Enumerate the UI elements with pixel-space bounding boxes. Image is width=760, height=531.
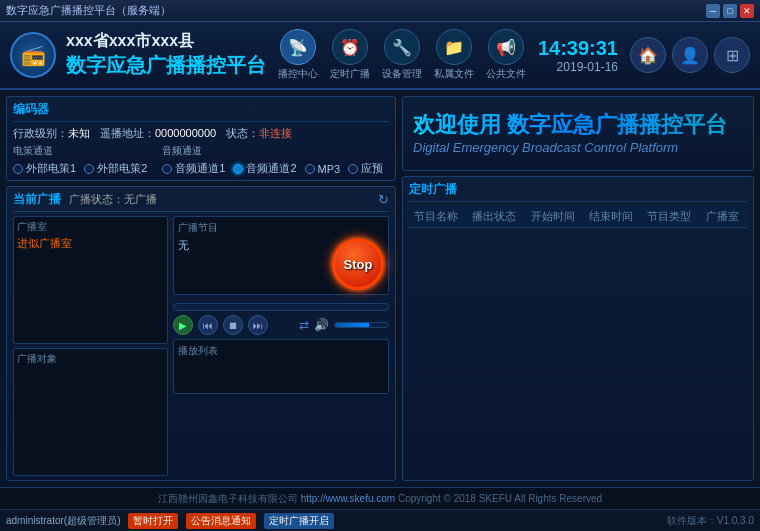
logo-text: xxx省xxx市xxx县 数字应急广播播控平台 xyxy=(66,31,266,79)
nav-item-device[interactable]: 🔧 设备管理 xyxy=(382,29,422,81)
maximize-button[interactable]: □ xyxy=(723,4,737,18)
volume-slider[interactable] xyxy=(334,322,389,328)
scheduled-label: 定时广播 xyxy=(330,67,370,81)
col-name: 节目名称 xyxy=(409,206,467,228)
electric-ch1[interactable]: 外部电策1 xyxy=(13,161,76,176)
time-display: 14:39:31 2019-01-16 xyxy=(538,37,618,74)
right-panel: 欢迎使用 数字应急广播播控平台 Digital Emergency Broadc… xyxy=(402,96,754,481)
audio-ch1[interactable]: 音频通道1 xyxy=(162,161,225,176)
col-room: 广播室 xyxy=(701,206,747,228)
province-name: xxx省xxx市xxx县 xyxy=(66,31,266,52)
volume-icon: 🔊 xyxy=(314,318,329,332)
title-bar: 数字应急广播播控平台（服务端） ─ □ ✕ xyxy=(0,0,760,22)
broadcast-room-list: 广播室 进似广播室 xyxy=(13,216,168,344)
audio-app[interactable]: 应预 xyxy=(348,161,383,176)
audio-app-dot xyxy=(348,164,358,174)
welcome-title: 欢迎使用 数字应急广播播控平台 xyxy=(413,112,743,138)
scheduled-icon: ⏰ xyxy=(332,29,368,65)
status-tag1: 暂时打开 xyxy=(128,513,178,529)
stop-button[interactable]: Stop xyxy=(332,238,384,290)
queue-label-left: 广播对象 xyxy=(17,352,164,366)
audio-ch2[interactable]: 音频通道2 xyxy=(233,161,296,176)
broadcast-center-label: 播控中心 xyxy=(278,67,318,81)
broadcast-center-icon: 📡 xyxy=(280,29,316,65)
audio-channel-group: 音频通道 音频通道1 音频通道2 MP3 xyxy=(162,144,383,176)
audio-mp3[interactable]: MP3 xyxy=(305,161,341,176)
logo-icon: 📻 xyxy=(10,32,56,78)
encoder-info-row: 行政级别：未知 遥播地址：0000000000 状态：非连接 xyxy=(13,126,389,141)
audio-ch1-dot xyxy=(162,164,172,174)
broadcast-section: 当前广播 广播状态：无广播 ↻ 广播室 进似广播室 广播对象 广播节目 xyxy=(6,186,396,481)
broadcast-right: 广播节目 无 Stop ▶ ⏮ ⏹ xyxy=(173,216,389,476)
volume-fill xyxy=(335,323,369,327)
welcome-section: 欢迎使用 数字应急广播播控平台 Digital Emergency Broadc… xyxy=(402,96,754,171)
scheduled-section: 定时广播 节目名称 播出状态 开始时间 结束时间 节目类型 广播室 xyxy=(402,176,754,481)
audio-ch2-dot xyxy=(233,164,243,174)
title-bar-buttons: ─ □ ✕ xyxy=(706,4,754,18)
electric-channel-group: 电策通道 外部电策1 外部电策2 xyxy=(13,144,147,176)
device-label: 设备管理 xyxy=(382,67,422,81)
encoder-section: 编码器 行政级别：未知 遥播地址：0000000000 状态：非连接 电策通道 … xyxy=(6,96,396,181)
header: 📻 xxx省xxx市xxx县 数字应急广播播控平台 📡 播控中心 ⏰ 定时广播 … xyxy=(0,22,760,90)
nav-item-broadcast-center[interactable]: 📡 播控中心 xyxy=(278,29,318,81)
controls-row: ▶ ⏮ ⏹ ⏭ ⇄ 🔊 xyxy=(173,315,389,335)
home-button[interactable]: 🏠 xyxy=(630,37,666,73)
status-version: 软件版本：V1.0.3.0 xyxy=(667,514,754,528)
broadcast-body: 广播室 进似广播室 广播对象 广播节目 无 Stop xyxy=(13,216,389,476)
audio-radio-group: 音频通道1 音频通道2 MP3 应预 xyxy=(162,161,383,176)
close-button[interactable]: ✕ xyxy=(740,4,754,18)
col-status: 播出状态 xyxy=(467,206,525,228)
grid-button[interactable]: ⊞ xyxy=(714,37,750,73)
electric-ch2[interactable]: 外部电策2 xyxy=(84,161,147,176)
program-value: 无 xyxy=(178,238,189,253)
next-button[interactable]: ⏭ xyxy=(248,315,268,335)
nav-item-private[interactable]: 📁 私属文件 xyxy=(434,29,474,81)
selected-broadcast-room[interactable]: 进似广播室 xyxy=(17,236,164,251)
scheduled-title: 定时广播 xyxy=(409,181,747,202)
refresh-icon[interactable]: ↻ xyxy=(378,192,389,207)
status-user: administrator(超级管理员) xyxy=(6,514,120,528)
broadcast-left: 广播室 进似广播室 广播对象 xyxy=(13,216,168,476)
footer-copyright: 江西赣州因鑫电子科技有限公司 http://www.skefu.com Copy… xyxy=(10,492,750,506)
progress-bar-container: ▶ ⏮ ⏹ ⏭ ⇄ 🔊 xyxy=(173,303,389,335)
minimize-button[interactable]: ─ xyxy=(706,4,720,18)
progress-bar[interactable] xyxy=(173,303,389,311)
electric-ch2-dot xyxy=(84,164,94,174)
nav-item-scheduled[interactable]: ⏰ 定时广播 xyxy=(330,29,370,81)
logo-area: 📻 xxx省xxx市xxx县 数字应急广播播控平台 xyxy=(10,31,278,79)
col-start: 开始时间 xyxy=(526,206,584,228)
current-date: 2019-01-16 xyxy=(538,60,618,74)
status-bar: administrator(超级管理员) 暂时打开 公告消息通知 定时广播开启 … xyxy=(0,509,760,531)
audio-mp3-dot xyxy=(305,164,315,174)
col-end: 结束时间 xyxy=(584,206,642,228)
electric-radio-group: 外部电策1 外部电策2 xyxy=(13,161,147,176)
status-tag2: 公告消息通知 xyxy=(186,513,256,529)
left-panel: 编码器 行政级别：未知 遥播地址：0000000000 状态：非连接 电策通道 … xyxy=(6,96,396,481)
current-time: 14:39:31 xyxy=(538,37,618,60)
header-user-icons: 🏠 👤 ⊞ xyxy=(630,37,750,73)
channel-row: 电策通道 外部电策1 外部电策2 音频通道 xyxy=(13,144,389,176)
col-type: 节目类型 xyxy=(642,206,700,228)
broadcast-queue-left: 广播对象 xyxy=(13,348,168,476)
footer-url[interactable]: http://www.skefu.com xyxy=(301,493,395,504)
public-icon: 📢 xyxy=(488,29,524,65)
user-button[interactable]: 👤 xyxy=(672,37,708,73)
nav-item-public[interactable]: 📢 公共文件 xyxy=(486,29,526,81)
playlist-box: 播放列表 xyxy=(173,339,389,394)
program-box: 广播节目 无 Stop xyxy=(173,216,389,295)
main-content: 编码器 行政级别：未知 遥播地址：0000000000 状态：非连接 电策通道 … xyxy=(0,90,760,487)
status-link[interactable]: 定时广播开启 xyxy=(264,513,334,529)
device-icon: 🔧 xyxy=(384,29,420,65)
prev-button[interactable]: ⏮ xyxy=(198,315,218,335)
nav-icons: 📡 播控中心 ⏰ 定时广播 🔧 设备管理 📁 私属文件 📢 公共文件 xyxy=(278,29,526,81)
electric-ch1-dot xyxy=(13,164,23,174)
scheduled-table: 节目名称 播出状态 开始时间 结束时间 节目类型 广播室 xyxy=(409,206,747,228)
broadcast-header: 当前广播 广播状态：无广播 ↻ xyxy=(13,191,389,212)
loop-icon: ⇄ xyxy=(299,318,309,332)
public-label: 公共文件 xyxy=(486,67,526,81)
welcome-subtitle: Digital Emergency Broadcast Control Plat… xyxy=(413,140,743,155)
stop-ctrl-button[interactable]: ⏹ xyxy=(223,315,243,335)
play-button[interactable]: ▶ xyxy=(173,315,193,335)
title-bar-text: 数字应急广播播控平台（服务端） xyxy=(6,3,706,18)
private-icon: 📁 xyxy=(436,29,472,65)
